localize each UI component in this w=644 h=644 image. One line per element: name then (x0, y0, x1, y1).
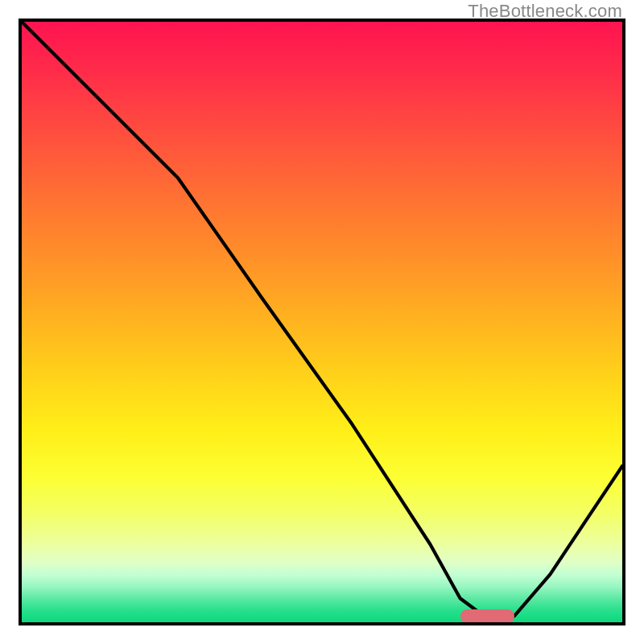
chart-frame (19, 19, 625, 625)
optimal-range-marker (460, 609, 514, 622)
bottleneck-curve (22, 22, 622, 622)
